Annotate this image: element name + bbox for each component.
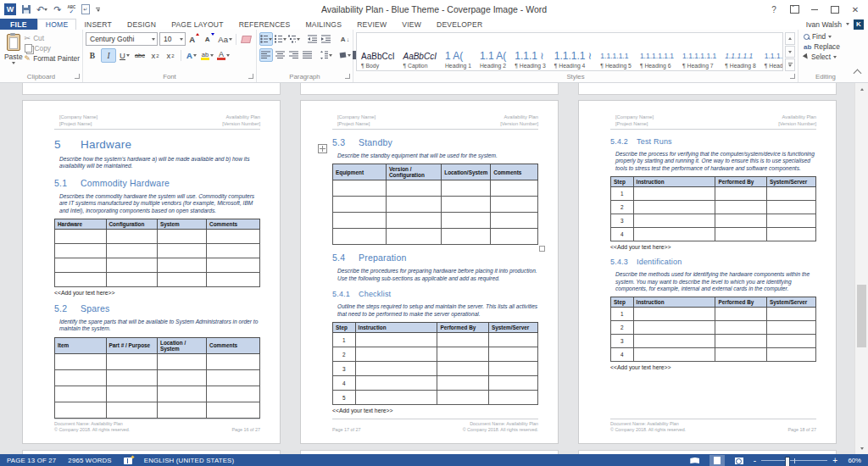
body-text[interactable]: Describe the standby equipment that will… [332,153,538,159]
table-cell[interactable]: 5 [333,391,356,405]
body-text[interactable]: Describe the process for verifying that … [610,151,816,172]
bullets-button[interactable] [259,32,273,46]
numbering-button[interactable] [275,33,287,45]
table-header-cell[interactable]: Step [611,177,634,187]
table-cell[interactable] [207,353,260,369]
paragraph-dialog-launcher[interactable] [345,74,350,79]
table-cell[interactable] [207,386,260,402]
table-cell[interactable] [386,229,441,245]
page-indicator[interactable]: PAGE 13 OF 27 [7,457,56,464]
table-cell[interactable]: 2 [611,201,634,214]
table-cell[interactable] [633,214,715,228]
table-header-cell[interactable]: Location/System [442,164,491,180]
decrease-indent-button[interactable] [307,33,319,45]
style-heading-7[interactable]: 1.1.1.1.1.1¶ Heading 7 [678,33,721,70]
table-cell[interactable] [333,180,387,197]
section-heading[interactable]: 5.2Spares [54,303,260,313]
cut-button[interactable]: ✂Cut [25,34,80,42]
customize-qat-icon[interactable] [96,8,100,12]
section-heading[interactable]: 5.4.1Checklist [332,290,538,298]
table-cell[interactable] [633,321,715,335]
tab-insert[interactable]: INSERT [76,19,120,30]
table-cell[interactable] [355,376,437,391]
tab-developer[interactable]: DEVELOPER [429,19,490,30]
zoom-slider-thumb[interactable] [785,457,790,466]
align-left-button[interactable] [259,48,273,62]
table-cell[interactable] [207,273,260,287]
body-text[interactable]: Outline the steps required to setup and … [332,303,538,318]
table-cell[interactable] [766,308,815,321]
table-cell[interactable] [333,197,387,213]
table-cell[interactable] [715,214,767,228]
table-cell[interactable] [766,187,815,201]
table-cell[interactable] [207,369,260,386]
table-cell[interactable] [55,369,107,386]
touch-mode-icon[interactable] [81,4,90,14]
table-header-cell[interactable]: Equipment [333,164,387,180]
table-cell[interactable] [437,391,489,405]
shading-button[interactable] [339,49,351,61]
increase-indent-button[interactable] [320,33,332,45]
tab-references[interactable]: REFERENCES [231,19,298,30]
table-cell[interactable] [766,348,815,362]
style-heading-6[interactable]: 1.1.1.1.1.1¶ Heading 6 [636,33,678,70]
style-heading-9[interactable]: 1.1.1.1.1.¶ Heading 9 [760,33,783,70]
table-cell[interactable] [386,197,441,213]
strikethrough-button[interactable]: abc [133,49,147,62]
table-cell[interactable] [207,230,260,244]
style-heading-2[interactable]: 1.1 A(Heading 2 [476,33,510,70]
body-text[interactable]: Identify the spare parts that will be av… [54,319,260,333]
table-header-cell[interactable]: Hardware [55,219,107,230]
table-cell[interactable] [715,335,767,348]
style-heading-4[interactable]: 1.1.1.1 ≀¶ Heading 4 [550,33,597,70]
table-header-cell[interactable]: Configuration [106,219,158,230]
table-header-cell[interactable]: Performed By [437,323,489,333]
spelling-grammar-icon[interactable]: ABC✓ [67,6,75,14]
help-button[interactable]: ? [765,3,783,16]
table-cell[interactable] [766,201,815,214]
table-cell[interactable] [355,347,437,362]
table-header-cell[interactable]: Version / Configuration [386,164,441,180]
table-cell[interactable] [158,386,207,402]
user-dropdown-icon[interactable] [846,23,849,25]
table-cell[interactable]: 1 [611,308,634,321]
tab-home[interactable]: HOME [37,19,77,30]
table-header-cell[interactable]: System/Server [766,177,815,187]
table-header-cell[interactable]: System [158,219,207,230]
add-text-placeholder[interactable]: <<Add your text here>> [610,364,816,370]
section-heading[interactable]: 5.4.2Test Runs [610,137,816,146]
table-resize-handle[interactable] [539,246,545,252]
close-button[interactable]: ✕ [846,3,865,16]
table-cell[interactable] [355,362,437,376]
table-cell[interactable] [55,244,107,258]
table-cell[interactable] [766,321,815,335]
table-cell[interactable] [437,347,489,362]
table-cell[interactable] [106,230,158,244]
table-cell[interactable] [633,228,715,241]
table-header-cell[interactable]: Step [611,297,634,308]
table-cell[interactable]: 1 [611,187,634,201]
table-header-cell[interactable]: Instruction [355,323,437,333]
table-header-cell[interactable]: Comments [207,219,260,230]
scroll-down-button[interactable] [855,442,868,454]
table-cell[interactable] [437,376,489,391]
clipboard-dialog-launcher[interactable] [75,74,80,79]
tab-file[interactable]: FILE [0,19,37,30]
copy-button[interactable]: Copy [25,44,80,53]
table-cell[interactable] [715,201,767,214]
section-heading[interactable]: 5.4.3Identification [610,258,816,266]
table-cell[interactable] [491,197,538,213]
table-cell[interactable]: 4 [611,348,634,362]
table-cell[interactable] [106,273,158,287]
section-heading[interactable]: 5.1Commodity Hardware [54,178,260,188]
table-header-cell[interactable]: Item [55,337,107,353]
avatar[interactable]: K [854,19,864,30]
styles-dialog-launcher[interactable] [790,74,795,79]
word-count[interactable]: 2965 WORDS [68,457,111,464]
print-layout-button[interactable] [709,455,725,466]
table-cell[interactable] [437,362,489,376]
table-cell[interactable]: 1 [333,333,356,347]
table-header-cell[interactable]: Step [333,323,356,333]
table-cell[interactable] [715,228,767,241]
table-cell[interactable] [55,402,107,418]
